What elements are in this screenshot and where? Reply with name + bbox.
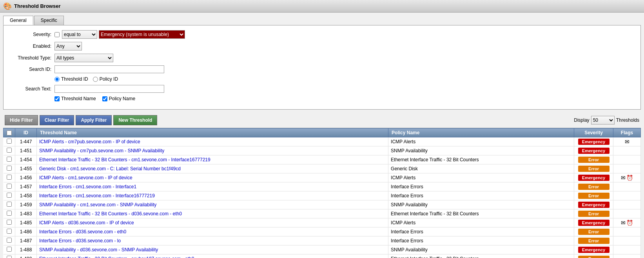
threshold-name-link[interactable]: Ethernet Interface Traffic - 32 Bit Coun… [39,256,194,258]
table-row: 1-485ICMP Alerts - d036.sevone.com - IP … [4,218,641,227]
row-threshold-name[interactable]: Interface Errors - cm1.sevone.com - Inte… [37,182,388,191]
th-threshold-name: Threshold Name [37,128,388,137]
clear-filter-button[interactable]: Clear Filter [40,115,74,125]
row-id: 1-485 [15,218,37,227]
row-id: 1-488 [15,245,37,254]
tab-general[interactable]: General [3,16,33,25]
enabled-select[interactable]: Any Yes No [54,42,82,51]
row-threshold-name[interactable]: SNMP Availability - cm1.sevone.com - SNM… [37,200,388,209]
row-threshold-name[interactable]: SNMP Availability - d036.sevone.com - SN… [37,245,388,254]
radio-policy-id[interactable]: Policy ID [93,76,118,82]
row-checkbox[interactable] [7,166,12,171]
mail-icon: ✉ [621,175,626,181]
severity-badge: Error [578,238,610,244]
row-checkbox[interactable] [7,238,12,243]
radio-threshold-id[interactable]: Threshold ID [54,76,88,82]
th-severity: Severity [574,128,613,137]
row-checkbox[interactable] [7,148,12,153]
row-flags [613,209,641,218]
row-policy-name: ICMP Alerts [388,218,574,227]
row-checkbox[interactable] [7,184,12,189]
row-checkbox-cell [4,236,15,245]
threshold-name-link[interactable]: Interface Errors - d036.sevone.com - lo [39,238,121,244]
display-count-select[interactable]: 25 50 100 200 [591,116,615,124]
row-policy-name: Interface Errors [388,227,574,236]
row-flags [613,245,641,254]
severity-row: Severity: equal to not equal to greater … [8,30,636,39]
severity-checkbox[interactable] [54,32,60,37]
type-select[interactable]: All types Performance Availability Confi… [54,54,113,62]
row-threshold-name[interactable]: Interface Errors - d036.sevone.com - lo [37,236,388,245]
threshold-name-link[interactable]: Interface Errors - cm1.sevone.com - Inte… [39,193,155,198]
checkbox-policy-name[interactable] [102,96,107,101]
row-threshold-name[interactable]: ICMP Alerts - cm1.sevone.com - IP of dev… [37,173,388,182]
select-all-checkbox[interactable] [7,130,12,135]
row-policy-name: Ethernet Interface Traffic - 32 Bit Coun… [388,254,574,258]
row-threshold-name[interactable]: ICMP Alerts - cm7pub.sevone.com - IP of … [37,137,388,146]
threshold-name-link[interactable]: Ethernet Interface Traffic - 32 Bit Coun… [39,211,182,217]
threshold-name-link[interactable]: Interface Errors - cm1.sevone.com - Inte… [39,184,136,189]
row-checkbox[interactable] [7,247,12,252]
row-checkbox[interactable] [7,220,12,225]
severity-operator-select[interactable]: equal to not equal to greater than less … [62,30,97,39]
row-checkbox[interactable] [7,211,12,216]
radio-threshold-id-input[interactable] [54,77,60,82]
row-threshold-name[interactable]: Ethernet Interface Traffic - 32 Bit Coun… [37,155,388,164]
checkbox-threshold-name[interactable] [54,96,60,101]
row-checkbox[interactable] [7,157,12,162]
row-policy-name: ICMP Alerts [388,173,574,182]
filter-panel: Severity: equal to not equal to greater … [3,25,641,110]
row-flags: ✉ [613,137,641,146]
row-policy-name: Ethernet Interface Traffic - 32 Bit Coun… [388,155,574,164]
severity-value-select[interactable]: Emergency (system is unusable) Alert Cri… [99,30,185,39]
row-checkbox[interactable] [7,256,12,258]
row-checkbox[interactable] [7,175,12,180]
row-id: 1-451 [15,146,37,155]
tab-specific[interactable]: Specific [34,16,64,25]
row-threshold-name[interactable]: Interface Errors - d036.sevone.com - eth… [37,227,388,236]
threshold-name-link[interactable]: Ethernet Interface Traffic - 32 Bit Coun… [39,157,210,162]
search-id-input[interactable] [54,65,164,73]
new-threshold-button[interactable]: New Threshold [113,115,157,125]
th-id: ID [15,128,37,137]
table-row: 1-483Ethernet Interface Traffic - 32 Bit… [4,209,641,218]
row-threshold-name[interactable]: ICMP Alerts - d036.sevone.com - IP of de… [37,218,388,227]
checkbox-threshold-name-label[interactable]: Threshold Name [54,96,96,101]
row-threshold-name[interactable]: Ethernet Interface Traffic - 32 Bit Coun… [37,209,388,218]
search-text-label: Search Text: [8,86,51,92]
severity-badge: Error [578,211,610,217]
radio-policy-id-input[interactable] [93,77,98,82]
row-severity: Error [574,155,613,164]
severity-badge: Error [578,256,610,258]
row-checkbox[interactable] [7,229,12,234]
row-severity: Emergency [574,200,613,209]
row-checkbox[interactable] [7,202,12,207]
threshold-name-link[interactable]: ICMP Alerts - cm7pub.sevone.com - IP of … [39,139,140,144]
row-checkbox-cell [4,155,15,164]
search-text-input[interactable] [54,85,164,93]
row-severity: Error [574,182,613,191]
apply-filter-button[interactable]: Apply Filter [76,115,112,125]
row-id: 1-483 [15,209,37,218]
threshold-name-link[interactable]: SNMP Availability - d036.sevone.com - SN… [39,247,158,253]
threshold-name-link[interactable]: Generic Disk - cm1.sevone.com - C: Label… [39,166,181,171]
row-checkbox-cell [4,245,15,254]
thresholds-table: ID Threshold Name Policy Name Severity F… [3,128,641,258]
row-severity: Error [574,191,613,200]
threshold-name-link[interactable]: ICMP Alerts - cm1.sevone.com - IP of dev… [39,175,132,180]
row-threshold-name[interactable]: Generic Disk - cm1.sevone.com - C: Label… [37,164,388,173]
row-threshold-name[interactable]: Ethernet Interface Traffic - 32 Bit Coun… [37,254,388,258]
hide-filter-button[interactable]: Hide Filter [5,115,38,125]
table-row: 1-498Ethernet Interface Traffic - 32 Bit… [4,254,641,258]
table-row: 1-456ICMP Alerts - cm1.sevone.com - IP o… [4,173,641,182]
threshold-name-link[interactable]: SNMP Availability - cm1.sevone.com - SNM… [39,202,156,207]
row-threshold-name[interactable]: Interface Errors - cm1.sevone.com - Inte… [37,191,388,200]
row-policy-name: Interface Errors [388,191,574,200]
row-checkbox[interactable] [7,193,12,198]
threshold-name-link[interactable]: ICMP Alerts - d036.sevone.com - IP of de… [39,220,134,226]
row-threshold-name[interactable]: SNMP Availability - cm7pub.sevone.com - … [37,146,388,155]
row-checkbox[interactable] [7,139,12,144]
checkbox-policy-name-label[interactable]: Policy Name [102,96,135,101]
threshold-name-link[interactable]: SNMP Availability - cm7pub.sevone.com - … [39,148,164,153]
threshold-name-link[interactable]: Interface Errors - d036.sevone.com - eth… [39,229,126,235]
